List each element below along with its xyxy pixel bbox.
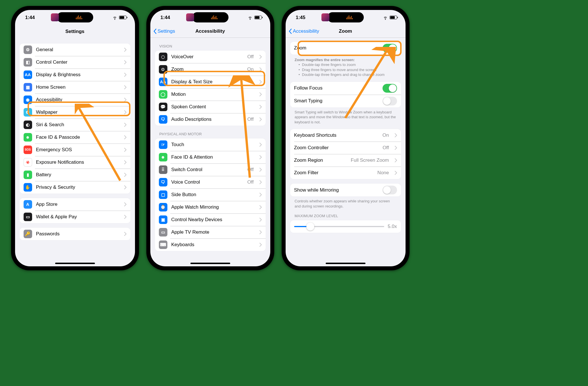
settings-row[interactable]: 💬 Spoken Content [155,101,266,113]
zoom-toggle-row[interactable]: Zoom [290,42,401,55]
navbar: Accessibility Zoom [286,25,406,38]
row-label: Display & Text Size [171,79,254,85]
settings-row[interactable]: ◉ Accessibility [20,94,130,106]
settings-row[interactable]: ⌚ Apple Watch Mirroring [155,201,266,213]
row-icon: SOS [24,146,32,154]
settings-row[interactable]: Show while Mirroring [290,184,401,196]
settings-row[interactable]: Follow Focus [290,82,401,95]
page-title: Settings [65,29,84,34]
toggle-switch[interactable] [383,186,397,194]
settings-row[interactable]: ◯ Motion [155,88,266,101]
back-label: Settings [158,28,175,34]
settings-row[interactable]: ✿ Wallpaper [20,106,130,119]
settings-row[interactable]: ▦ Home Screen [20,81,130,94]
row-value: On [383,132,389,138]
row-label: VoiceOver [171,54,244,60]
row-label: Zoom [171,67,243,72]
settings-row[interactable]: ▢ Side Button [155,188,266,201]
settings-row[interactable]: ◌ VoiceOver Off [155,51,266,63]
settings-group: 5.0x [290,220,401,233]
section-footer: Smart Typing will switch to Window Zoom … [290,107,401,125]
row-label: App Store [36,202,119,207]
row-label: Exposure Notifications [36,159,119,165]
row-label: Accessibility [36,97,119,103]
chevron-right-icon [259,67,262,71]
chevron-right-icon [124,60,126,64]
settings-group: ☞ Touch ☻ Face ID & Attention ⠿ Switch C… [155,138,266,251]
chevron-right-icon [259,117,262,121]
settings-row[interactable]: ▣ Control Nearby Devices [155,213,266,226]
row-label: Zoom Filter [294,170,373,176]
section-header: PHYSICAL AND MOTOR [155,126,266,138]
settings-group: Keyboard Shortcuts On Zoom Controller Of… [290,129,401,179]
row-label: Zoom [294,45,379,51]
chevron-right-icon [259,205,262,209]
settings-row[interactable]: ☣ Exposure Notifications [20,156,130,169]
row-label: Siri & Search [36,122,119,128]
row-icon: ◯ [159,90,167,99]
settings-row[interactable]: ◧ Control Center [20,56,130,69]
settings-row[interactable]: AA Display & Brightness [20,69,130,81]
settings-row[interactable]: AA Display & Text Size [155,76,266,88]
row-label: Show while Mirroring [294,187,379,193]
settings-row[interactable]: Zoom Region Full Screen Zoom [290,154,401,167]
row-icon: ✿ [24,108,32,117]
toggle-switch[interactable] [383,44,397,53]
max-zoom-slider[interactable]: 5.0x [290,220,401,233]
chevron-right-icon [124,98,126,102]
row-label: Control Center [36,59,119,65]
clock: 1:44 [25,15,35,20]
wifi-icon [112,15,117,20]
phone-zoom: 1:45 Accessibility Zoom Zoom Zoom magnif… [282,6,410,270]
settings-row[interactable]: ⠿ Switch Control Off [155,163,266,176]
chevron-right-icon [124,110,126,114]
chevron-right-icon [259,180,262,184]
row-icon: ⌚ [159,203,167,211]
settings-row[interactable]: 🗨 Audio Descriptions Off [155,113,266,126]
wifi-icon [383,15,388,20]
settings-row[interactable]: ▮ Battery [20,169,130,181]
toggle-switch[interactable] [383,84,397,93]
row-label: Follow Focus [294,85,379,91]
settings-row[interactable]: ▭ Apple TV Remote [155,226,266,238]
row-label: Wallet & Apple Pay [36,214,119,220]
settings-row[interactable]: ☻ Face ID & Passcode [20,131,130,144]
row-icon: ⊙ [159,65,167,74]
settings-row[interactable]: Zoom Controller Off [290,142,401,154]
row-value: Off [247,167,254,173]
chevron-right-icon [259,193,262,197]
settings-row[interactable]: ⊙ Zoom On [155,63,266,76]
chevron-right-icon [124,202,126,206]
settings-row[interactable]: Smart Typing [290,95,401,107]
settings-row[interactable]: ☞ Touch [155,138,266,151]
settings-row[interactable]: ☻ Face ID & Attention [155,151,266,163]
row-label: Display & Brightness [36,72,119,78]
page-title: Zoom [339,28,352,34]
home-indicator [55,263,95,264]
settings-row[interactable]: ⚙︎ General [20,43,130,56]
row-icon: ▣ [159,215,167,224]
settings-row[interactable]: 🗨 Voice Control Off [155,176,266,188]
chevron-right-icon [259,230,262,234]
chevron-right-icon [259,168,262,172]
toggle-switch[interactable] [383,97,397,105]
settings-row[interactable]: Zoom Filter None [290,167,401,179]
clock: 1:45 [296,15,306,20]
settings-row[interactable]: Keyboard Shortcuts On [290,129,401,142]
row-label: General [36,47,119,53]
settings-row[interactable]: ◐ Siri & Search [20,119,130,131]
row-label: Touch [171,142,254,148]
settings-row[interactable]: ⌨ Keyboards [155,238,266,251]
chevron-right-icon [124,123,126,127]
settings-group: A App Store ▭ Wallet & Apple Pay [20,198,130,223]
settings-row[interactable]: ▭ Wallet & Apple Pay [20,211,130,223]
settings-row[interactable]: SOS Emergency SOS [20,144,130,156]
chevron-right-icon [124,173,126,177]
settings-group: Follow Focus Smart Typing [290,82,401,107]
back-button[interactable]: Accessibility [288,28,319,34]
back-button[interactable]: Settings [153,28,175,34]
settings-row[interactable]: ✋ Privacy & Security [20,181,130,194]
settings-row[interactable]: A App Store [20,198,130,211]
settings-row[interactable]: 🔑 Passwords [20,228,130,240]
row-icon: AA [159,78,167,86]
